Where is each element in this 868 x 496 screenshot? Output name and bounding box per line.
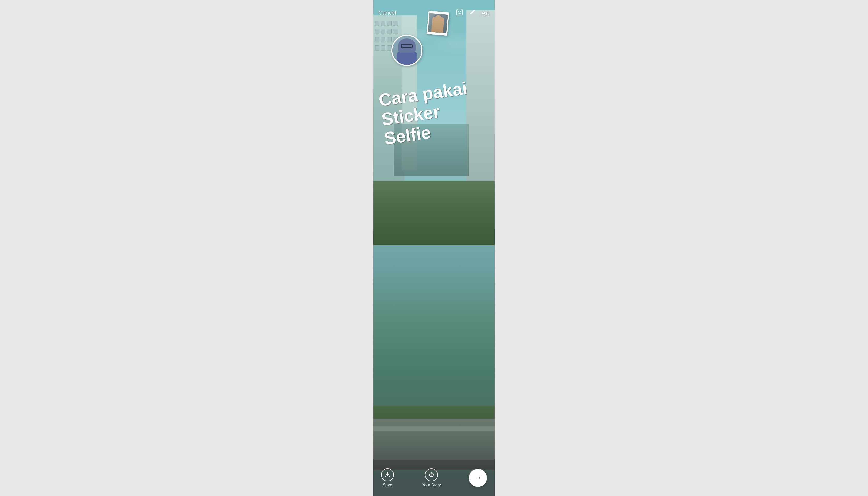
window <box>387 29 392 34</box>
window <box>393 29 398 34</box>
your-story-action[interactable]: Your Story <box>422 468 441 487</box>
send-button[interactable]: → <box>469 469 487 487</box>
window <box>381 45 385 51</box>
round-person-body <box>397 52 417 65</box>
send-arrow-icon: → <box>475 474 482 482</box>
draw-icon[interactable] <box>469 9 476 18</box>
save-icon <box>381 468 394 481</box>
window <box>375 37 379 42</box>
window <box>381 37 385 42</box>
round-sticker-inner <box>392 36 421 65</box>
window <box>375 21 379 26</box>
cancel-button[interactable]: Cancel <box>378 10 396 16</box>
selfie-sticker-round[interactable] <box>391 35 422 66</box>
window <box>393 21 398 26</box>
svg-point-1 <box>458 11 459 12</box>
window <box>375 45 379 51</box>
your-story-label: Your Story <box>422 483 441 487</box>
svg-point-2 <box>460 11 461 12</box>
sticker-icon[interactable] <box>455 8 464 18</box>
green-area <box>373 181 495 245</box>
window <box>381 21 385 26</box>
header: Cancel A <box>373 0 495 21</box>
save-action[interactable]: Save <box>381 468 394 487</box>
window <box>387 45 392 51</box>
phone-screen: Cancel A <box>373 0 495 496</box>
window <box>387 37 392 42</box>
svg-rect-0 <box>456 9 463 15</box>
round-person-glasses <box>401 44 413 48</box>
window <box>381 29 385 34</box>
bottom-bar: Save Your Story → <box>373 460 495 496</box>
window <box>387 21 392 26</box>
window <box>375 29 379 34</box>
roof-ridge <box>373 426 495 431</box>
header-right-icons: Aa <box>455 8 490 18</box>
your-story-icon <box>425 468 438 481</box>
text-icon[interactable]: Aa <box>481 9 490 17</box>
save-label: Save <box>383 483 392 487</box>
